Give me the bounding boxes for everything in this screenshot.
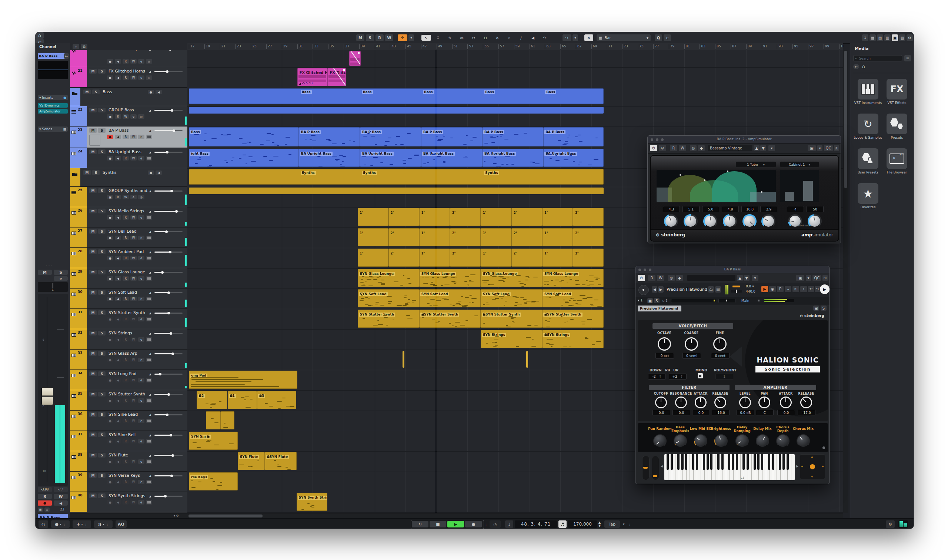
group-event[interactable] — [189, 188, 604, 194]
event-clip[interactable]: 2° — [389, 249, 419, 267]
track-solo-button[interactable]: S — [98, 69, 105, 74]
track-instrument-icon[interactable] — [146, 459, 152, 464]
event-clip[interactable]: 1° — [481, 249, 511, 267]
event-clip[interactable]: 1 — [228, 391, 257, 409]
track-edit-button[interactable]: e — [138, 215, 144, 220]
global-s-button[interactable]: S — [366, 34, 374, 41]
track-monitor-icon[interactable]: ◀ — [156, 90, 162, 94]
track-header-31[interactable]: 31MSSYN Stutter Synth◢●◀RWe — [70, 309, 187, 329]
amp-model-select[interactable]: 1 Tube▾ — [736, 162, 776, 167]
knob-presence[interactable] — [743, 214, 757, 228]
event-clip[interactable]: 2° — [450, 208, 481, 226]
volume-fader-handle[interactable] — [42, 387, 53, 405]
track-header-32[interactable]: 32MSSYN Strings◢●◀RWe — [70, 329, 187, 349]
keyboard-scroll-right-icon[interactable]: ▶ — [796, 465, 798, 468]
track-solo-button[interactable]: S — [98, 351, 105, 356]
track-rec-icon[interactable]: ● — [148, 90, 154, 94]
track-instrument-icon[interactable] — [146, 480, 152, 484]
tool-split-icon[interactable]: ✂ — [469, 35, 479, 41]
track-instrument-icon[interactable] — [146, 235, 152, 240]
plugin-compare-icon[interactable]: ◎ — [668, 275, 675, 281]
quantize-edit-button[interactable]: e — [664, 34, 671, 41]
tool-range-icon[interactable]: ⌶ — [433, 35, 443, 41]
preset-browser-icon[interactable]: ▾ — [752, 275, 758, 281]
track-monitor-button[interactable]: ◀ — [115, 215, 121, 220]
event-clip[interactable]: SYN Sin — [189, 432, 238, 450]
black-key[interactable] — [772, 454, 774, 470]
track-solo-button[interactable]: S — [98, 149, 105, 154]
event-clip[interactable]: 1° — [419, 208, 450, 226]
track-solo-button[interactable]: S — [98, 473, 105, 478]
black-key[interactable] — [671, 454, 673, 470]
black-key[interactable] — [736, 454, 738, 470]
track-monitor-button[interactable]: ◀ — [115, 337, 121, 342]
tool-mute-icon[interactable]: ✕ — [493, 35, 502, 41]
tiny-event[interactable] — [403, 351, 405, 368]
track-read-button[interactable]: R — [115, 114, 121, 119]
track-write-button[interactable]: W — [130, 500, 137, 505]
tool-erase-icon[interactable]: ▭ — [457, 35, 466, 41]
event-clip[interactable]: 3 — [257, 391, 296, 409]
track-header-fx-reverse-synth[interactable]: FX Reverse Synth◢●◀RWe◎ — [70, 50, 187, 67]
folder-event[interactable]: BassBassBassBassBass — [189, 88, 604, 104]
track-mute-button[interactable]: M — [89, 69, 97, 74]
autoscroll-icon[interactable]: ↪ — [562, 34, 571, 41]
track-mute-button[interactable]: M — [89, 392, 97, 397]
event-clip[interactable]: rse Keys — [189, 472, 238, 491]
event-clip[interactable]: SYN Glass Lounge — [358, 269, 419, 287]
knob-volume[interactable] — [761, 214, 775, 228]
track-mute-button[interactable]: M — [89, 310, 97, 315]
track-read-button[interactable]: R — [123, 398, 129, 403]
horizontal-scrollbar[interactable]: ▾ ⚙ — [70, 513, 843, 518]
track-write-button[interactable]: W — [130, 358, 137, 362]
track-rec-button[interactable]: ● — [107, 156, 113, 160]
black-key[interactable] — [757, 454, 760, 470]
track-instrument-icon[interactable] — [146, 276, 152, 281]
tool-zoom-icon[interactable]: ⌕ — [504, 35, 514, 41]
lock-icon[interactable]: ⚿ — [834, 145, 839, 151]
black-key[interactable] — [761, 454, 763, 470]
event-clip[interactable]: 1° — [358, 249, 389, 267]
ampsimulator-titlebar[interactable]: BA P Bass: Ins. 2 - AmpSimulator — [648, 136, 841, 143]
solo-mode-icon[interactable]: S — [821, 306, 826, 311]
nav-dpad-icon[interactable] — [638, 285, 649, 295]
project-cursor[interactable] — [436, 50, 436, 513]
track-write-button[interactable]: W — [123, 114, 129, 119]
track-edit-button[interactable]: e — [138, 317, 144, 322]
qc-knob-pan-random[interactable] — [654, 435, 666, 447]
media-home-icon[interactable]: ⌂ — [862, 64, 865, 69]
tool-scrub-icon[interactable]: ↷ — [540, 35, 550, 41]
track-edit-button[interactable]: e — [138, 59, 144, 64]
plugin-read-button[interactable]: R — [670, 145, 677, 151]
track-monitor-button[interactable]: ◀ — [115, 156, 121, 160]
auto-quantize-button[interactable]: AQ — [116, 520, 127, 528]
sends-section-header[interactable]: ▾Sends▦ — [38, 126, 68, 132]
track-edit-button[interactable]: e — [138, 500, 144, 505]
black-key[interactable] — [703, 454, 705, 470]
preroll-icon[interactable]: ◔ — [489, 520, 501, 528]
track-monitor-button[interactable]: ◀ — [115, 419, 121, 423]
save-icon[interactable]: ▤ — [715, 286, 721, 292]
event-clip[interactable]: 1° — [358, 228, 389, 246]
track-mute-button[interactable]: M — [83, 170, 91, 175]
track-read-button[interactable]: R — [123, 378, 129, 383]
modulation-wheel[interactable] — [652, 456, 659, 480]
track-mute-button[interactable]: M — [89, 209, 97, 214]
ampsimulator-window[interactable]: BA P Bass: Ins. 2 - AmpSimulator ⏻ ⊘ R W… — [647, 135, 841, 243]
track-write-button[interactable]: W — [130, 156, 137, 160]
black-key[interactable] — [743, 454, 745, 470]
track-edit-button[interactable]: e — [138, 398, 144, 403]
track-read-button[interactable]: R — [123, 156, 129, 160]
event-clip[interactable]: 2° — [573, 208, 604, 226]
pitchbend-wheel[interactable] — [642, 456, 650, 480]
tool-dropdown-icon[interactable]: ▾ — [408, 34, 414, 41]
event-clip[interactable]: SYN Strings — [542, 330, 604, 348]
track-instrument-icon[interactable] — [146, 439, 152, 443]
vertical-scrollbar[interactable] — [843, 50, 848, 513]
program-tab[interactable]: Precision Flatwound — [638, 306, 681, 311]
plugin-write-button[interactable]: W — [679, 145, 686, 151]
track-instrument-icon[interactable] — [146, 256, 152, 260]
track-header-synths[interactable]: MSSynths●◀ — [70, 168, 187, 187]
performance-monitor-icon[interactable]: ⚙ — [886, 520, 895, 528]
knob-mid[interactable] — [703, 214, 717, 228]
